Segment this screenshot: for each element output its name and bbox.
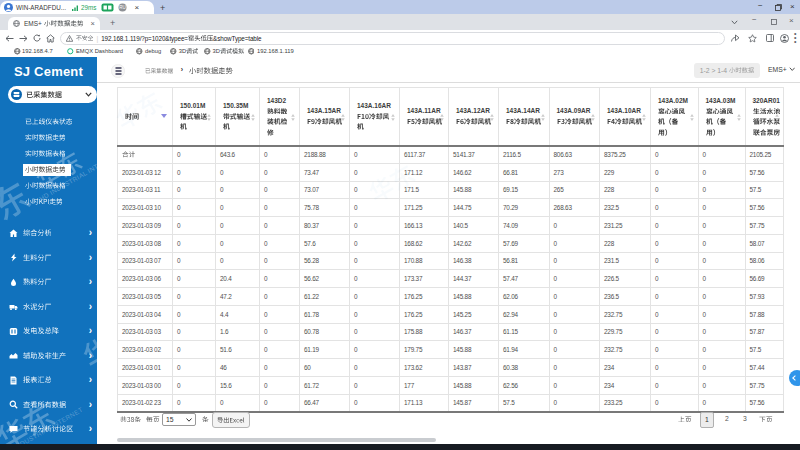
svg-text:RU: RU	[120, 5, 127, 10]
